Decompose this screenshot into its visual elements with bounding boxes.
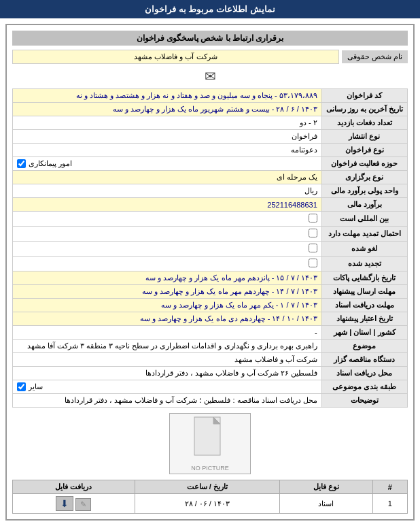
field-label: موضوع [321,340,407,353]
field-label: احتمال تمدید مهلت دارد [321,227,407,242]
field-label: حوزه فعالیت فراخوان [321,157,407,171]
file-download-cell: ✎ ⬇ [13,494,135,514]
field-value: ۱۴۰۳ / ۷ / ۱۵ - پانزدهم مهر ماه یک هزار … [13,271,322,285]
field-label: کد فراخوان [321,89,407,103]
extension-checkbox[interactable] [309,229,317,237]
files-table-header: # نوع فایل تاریخ / ساعت دریافت فایل [13,480,408,494]
table-row: نوع فراخوان دعوتنامه [13,144,408,157]
email-icon: ✉ [12,68,408,84]
table-row: بین المللی است [13,212,408,227]
description-label: توضیحات [321,394,407,408]
field-value: ۱۴۰۳ / ۷ / ۱ - یکم مهر ماه یک هزار و چها… [13,299,322,312]
table-row: طبقه بندی موضوعی سایر [13,380,408,394]
field-value: ریال [13,184,322,198]
field-value: 252116488631 [13,198,322,212]
file-row: 1 اسناد ۱۴۰۳ / ۰۶ / ۲۸ ✎ ⬇ [13,494,408,514]
field-value: ۲ - دو [13,116,322,130]
activity-checkbox[interactable] [17,159,26,168]
field-value: سایر [13,380,322,394]
file-type: اسناد [279,494,372,514]
field-value: فراخوان [13,130,322,144]
international-checkbox[interactable] [309,214,317,222]
table-row: تعداد دفعات بازدید ۲ - دو [13,116,408,130]
table-row-description: توضیحات محل دریافت اسناد مناقصه : فلسطین… [13,394,408,408]
field-label: بین المللی است [321,212,407,227]
table-row: تاریخ اعتبار پیشنهاد ۱۴۰۳ / ۱۰ / ۱۴ - چه… [13,312,408,326]
col-type: نوع فایل [279,480,372,494]
description-value: محل دریافت اسناد مناقصه : فلسطین ؛ شرکت … [13,394,322,408]
no-picture-box: NO PICTURE [169,413,251,474]
field-label: نوع برگزاری [321,171,407,184]
field-value [13,242,322,257]
field-label: مهلت ارسال پیشنهاد [321,285,407,299]
field-label: مهلت دریافت اسناد [321,299,407,312]
field-value: - [13,326,322,340]
download-button[interactable]: ⬇ [56,496,73,511]
col-date: تاریخ / ساعت [135,480,279,494]
table-row: مهلت ارسال پیشنهاد ۱۴۰۳ / ۷ / ۱۴ - چهارد… [13,285,408,299]
field-label: تاریخ اعتبار پیشنهاد [321,312,407,326]
picture-container: NO PICTURE [12,413,408,474]
field-label: تاریخ آخرین به روز رسانی [321,103,407,116]
field-value: راهبری بهره برداری و نگهداری و اقدامات ا… [13,340,322,353]
main-container: برقراری ارتباط با شخص پاسخگوی فراخوان نا… [5,24,415,521]
files-table: # نوع فایل تاریخ / ساعت دریافت فایل 1 اس… [12,480,408,514]
field-label: تجدید شده [321,257,407,271]
table-row: کشور | استان | شهر - [13,326,408,340]
contact-row: نام شخص حقوقی شرکت آب و فاضلاب مشهد [12,50,408,64]
field-value: فلسطین ۲۶ شرکت آب و فاضلاب مشهد ، دفتر ق… [13,367,322,380]
table-row: احتمال تمدید مهلت دارد [13,227,408,242]
table-row: حوزه فعالیت فراخوان امور پیمانکاری [13,157,408,171]
field-value: امور پیمانکاری [13,157,322,171]
field-value [13,257,322,271]
renewed-checkbox[interactable] [309,259,317,267]
document-icon [193,416,227,457]
field-label: برآورد مالی [321,198,407,212]
file-date: ۱۴۰۳ / ۰۶ / ۲۸ [135,494,279,514]
field-value: دعوتنامه [13,144,322,157]
field-label: لغو شده [321,242,407,257]
contact-name-value: شرکت آب و فاضلاب مشهد [12,50,339,64]
field-label: نوع انتشار [321,130,407,144]
contact-name-label: نام شخص حقوقی [342,50,408,63]
table-row: تاریخ بازگشایی پاکات ۱۴۰۳ / ۷ / ۱۵ - پان… [13,271,408,285]
cancelled-checkbox[interactable] [309,244,317,252]
table-row: دستگاه مناقصه گزار شرکت آب و فاضلاب مشهد [13,353,408,367]
field-label: تاریخ بازگشایی پاکات [321,271,407,285]
table-row: تاریخ آخرین به روز رسانی ۱۴۰۳ / ۶ / ۲۸ -… [13,103,408,116]
table-row: لغو شده [13,242,408,257]
file-num: 1 [372,494,407,514]
field-label: کشور | استان | شهر [321,326,407,340]
field-label: نوع فراخوان [321,144,407,157]
field-value: شرکت آب و فاضلاب مشهد [13,353,322,367]
field-label: دستگاه مناقصه گزار [321,353,407,367]
no-picture-text: NO PICTURE [191,465,229,472]
field-value [13,212,322,227]
contact-header: برقراری ارتباط با شخص پاسخگوی فراخوان [12,31,408,46]
table-row: مهلت دریافت اسناد ۱۴۰۳ / ۷ / ۱ - یکم مهر… [13,299,408,312]
page-title: نمایش اطلاعات مربوط به فراخوان [0,0,420,18]
field-label: محل دریافت اسناد [321,367,407,380]
edit-button[interactable]: ✎ [75,498,91,511]
field-value: ۵۳،۱۷۹،۸۸۹ - پنجاه و سه میلیون و صد و هف… [13,89,322,103]
field-label: واحد پولی برآورد مالی [321,184,407,198]
activity-label: امور پیمانکاری [29,159,72,168]
table-row: محل دریافت اسناد فلسطین ۲۶ شرکت آب و فاض… [13,367,408,380]
field-value: یک مرحله ای [13,171,322,184]
col-download: دریافت فایل [13,480,135,494]
table-row: کد فراخوان ۵۳،۱۷۹،۸۸۹ - پنجاه و سه میلیو… [13,89,408,103]
edit-icon: ✎ [80,500,86,508]
category-label: سایر [29,382,43,391]
table-row: موضوع راهبری بهره برداری و نگهداری و اقد… [13,340,408,353]
field-value: ۱۴۰۳ / ۶ / ۲۸ - بیست و هشتم شهریور ماه ی… [13,103,322,116]
table-row: نوع انتشار فراخوان [13,130,408,144]
table-row: تجدید شده [13,257,408,271]
table-row: برآورد مالی 252116488631 [13,198,408,212]
download-icon: ⬇ [60,498,69,509]
category-checkbox[interactable] [17,382,26,391]
field-label: طبقه بندی موضوعی [321,380,407,394]
table-row: نوع برگزاری یک مرحله ای [13,171,408,184]
table-row: واحد پولی برآورد مالی ریال [13,184,408,198]
field-value: ۱۴۰۳ / ۷ / ۱۴ - چهاردهم مهر ماه یک هزار … [13,285,322,299]
info-table: کد فراخوان ۵۳،۱۷۹،۸۸۹ - پنجاه و سه میلیو… [12,88,408,408]
